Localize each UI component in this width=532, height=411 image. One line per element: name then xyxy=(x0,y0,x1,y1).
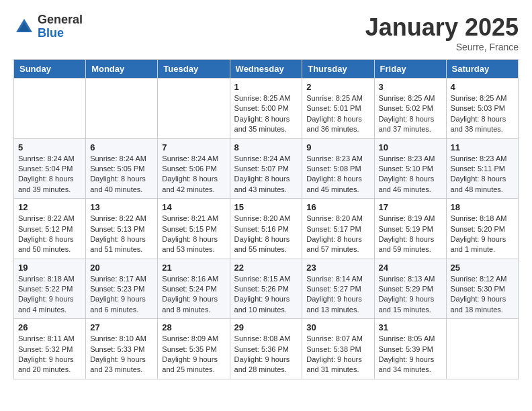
logo-text: General Blue xyxy=(38,13,83,40)
sunset-text: Sunset: 5:24 PM xyxy=(162,284,225,294)
calendar-week-row: 26Sunrise: 8:11 AMSunset: 5:32 PMDayligh… xyxy=(14,319,519,379)
calendar-cell: 10Sunrise: 8:23 AMSunset: 5:10 PMDayligh… xyxy=(374,138,446,199)
day-number: 6 xyxy=(90,142,153,152)
day-info: Sunrise: 8:05 AMSunset: 5:39 PMDaylight:… xyxy=(379,334,442,375)
calendar-week-row: 19Sunrise: 8:18 AMSunset: 5:22 PMDayligh… xyxy=(14,259,519,319)
daylight-text: Daylight: 9 hours and 20 minutes. xyxy=(18,355,81,375)
day-info: Sunrise: 8:23 AMSunset: 5:08 PMDaylight:… xyxy=(306,154,369,195)
day-info: Sunrise: 8:11 AMSunset: 5:32 PMDaylight:… xyxy=(18,334,81,375)
sunrise-text: Sunrise: 8:25 AM xyxy=(379,93,442,103)
logo-blue: Blue xyxy=(38,27,83,40)
daylight-text: Daylight: 8 hours and 38 minutes. xyxy=(451,114,514,135)
daylight-text: Daylight: 9 hours and 10 minutes. xyxy=(234,294,298,315)
day-number: 8 xyxy=(234,142,298,152)
sunset-text: Sunset: 5:05 PM xyxy=(90,164,153,174)
day-info: Sunrise: 8:08 AMSunset: 5:36 PMDaylight:… xyxy=(234,334,298,375)
sunrise-text: Sunrise: 8:08 AM xyxy=(234,334,298,344)
day-info: Sunrise: 8:25 AMSunset: 5:00 PMDaylight:… xyxy=(234,93,298,135)
day-info: Sunrise: 8:16 AMSunset: 5:24 PMDaylight:… xyxy=(162,274,225,316)
calendar-cell: 6Sunrise: 8:24 AMSunset: 5:05 PMDaylight… xyxy=(86,138,158,199)
calendar-cell: 3Sunrise: 8:25 AMSunset: 5:02 PMDaylight… xyxy=(374,79,446,139)
sunset-text: Sunset: 5:30 PM xyxy=(451,284,514,294)
day-info: Sunrise: 8:09 AMSunset: 5:35 PMDaylight:… xyxy=(162,334,225,375)
day-number: 30 xyxy=(306,322,369,332)
day-number: 5 xyxy=(18,142,81,152)
daylight-text: Daylight: 9 hours and 1 minute. xyxy=(451,234,514,255)
daylight-text: Daylight: 8 hours and 55 minutes. xyxy=(234,234,298,255)
sunset-text: Sunset: 5:27 PM xyxy=(306,284,369,294)
day-info: Sunrise: 8:07 AMSunset: 5:38 PMDaylight:… xyxy=(306,334,369,375)
day-info: Sunrise: 8:19 AMSunset: 5:19 PMDaylight:… xyxy=(379,214,442,255)
day-number: 17 xyxy=(379,202,442,212)
sunset-text: Sunset: 5:03 PM xyxy=(451,103,514,113)
sunset-text: Sunset: 5:00 PM xyxy=(234,103,298,113)
day-info: Sunrise: 8:24 AMSunset: 5:04 PMDaylight:… xyxy=(18,154,81,195)
sunrise-text: Sunrise: 8:11 AM xyxy=(18,334,81,344)
calendar-cell: 24Sunrise: 8:13 AMSunset: 5:29 PMDayligh… xyxy=(374,259,446,319)
day-number: 28 xyxy=(162,322,225,332)
calendar-cell xyxy=(158,79,230,139)
day-info: Sunrise: 8:12 AMSunset: 5:30 PMDaylight:… xyxy=(451,274,514,316)
calendar-week-row: 5Sunrise: 8:24 AMSunset: 5:04 PMDaylight… xyxy=(14,138,519,199)
day-info: Sunrise: 8:13 AMSunset: 5:29 PMDaylight:… xyxy=(379,274,442,316)
daylight-text: Daylight: 8 hours and 35 minutes. xyxy=(234,114,298,135)
day-info: Sunrise: 8:24 AMSunset: 5:05 PMDaylight:… xyxy=(90,154,153,195)
page-header: General Blue January 2025 Seurre, France xyxy=(13,13,519,52)
calendar-cell: 17Sunrise: 8:19 AMSunset: 5:19 PMDayligh… xyxy=(374,199,446,259)
day-number: 13 xyxy=(90,202,153,212)
daylight-text: Daylight: 9 hours and 34 minutes. xyxy=(379,355,442,375)
sunrise-text: Sunrise: 8:12 AM xyxy=(451,274,514,284)
daylight-text: Daylight: 8 hours and 42 minutes. xyxy=(162,174,225,195)
day-info: Sunrise: 8:25 AMSunset: 5:02 PMDaylight:… xyxy=(379,93,442,135)
sunset-text: Sunset: 5:04 PM xyxy=(18,164,81,174)
sunrise-text: Sunrise: 8:05 AM xyxy=(379,334,442,344)
calendar-cell: 20Sunrise: 8:17 AMSunset: 5:23 PMDayligh… xyxy=(86,259,158,319)
day-number: 14 xyxy=(162,202,225,212)
daylight-text: Daylight: 8 hours and 39 minutes. xyxy=(18,174,81,195)
day-number: 26 xyxy=(18,322,81,332)
daylight-text: Daylight: 8 hours and 50 minutes. xyxy=(18,234,81,255)
day-number: 21 xyxy=(162,263,225,273)
sunset-text: Sunset: 5:17 PM xyxy=(306,224,369,234)
daylight-text: Daylight: 9 hours and 28 minutes. xyxy=(234,355,298,375)
day-number: 31 xyxy=(379,322,442,332)
day-number: 4 xyxy=(451,82,514,92)
weekday-header-row: SundayMondayTuesdayWednesdayThursdayFrid… xyxy=(14,60,519,79)
sunset-text: Sunset: 5:29 PM xyxy=(379,284,442,294)
title-block: January 2025 Seurre, France xyxy=(365,13,519,52)
day-number: 1 xyxy=(234,82,298,92)
weekday-header: Tuesday xyxy=(158,60,230,79)
sunset-text: Sunset: 5:02 PM xyxy=(379,103,442,113)
sunrise-text: Sunrise: 8:16 AM xyxy=(162,274,225,284)
day-number: 23 xyxy=(306,263,369,273)
weekday-header: Friday xyxy=(374,60,446,79)
day-info: Sunrise: 8:21 AMSunset: 5:15 PMDaylight:… xyxy=(162,214,225,255)
daylight-text: Daylight: 8 hours and 53 minutes. xyxy=(162,234,225,255)
sunset-text: Sunset: 5:36 PM xyxy=(234,345,298,355)
sunset-text: Sunset: 5:10 PM xyxy=(379,164,442,174)
sunrise-text: Sunrise: 8:21 AM xyxy=(162,214,225,224)
calendar-cell: 2Sunrise: 8:25 AMSunset: 5:01 PMDaylight… xyxy=(302,79,374,139)
calendar-cell: 19Sunrise: 8:18 AMSunset: 5:22 PMDayligh… xyxy=(14,259,86,319)
calendar-cell: 23Sunrise: 8:14 AMSunset: 5:27 PMDayligh… xyxy=(302,259,374,319)
sunset-text: Sunset: 5:12 PM xyxy=(18,224,81,234)
calendar-cell: 14Sunrise: 8:21 AMSunset: 5:15 PMDayligh… xyxy=(158,199,230,259)
calendar-cell: 22Sunrise: 8:15 AMSunset: 5:26 PMDayligh… xyxy=(230,259,302,319)
day-number: 25 xyxy=(451,263,514,273)
sunrise-text: Sunrise: 8:18 AM xyxy=(18,274,81,284)
weekday-header: Monday xyxy=(86,60,158,79)
sunrise-text: Sunrise: 8:22 AM xyxy=(18,214,81,224)
day-number: 3 xyxy=(379,82,442,92)
daylight-text: Daylight: 9 hours and 25 minutes. xyxy=(162,355,225,375)
daylight-text: Daylight: 9 hours and 13 minutes. xyxy=(306,294,369,315)
daylight-text: Daylight: 8 hours and 57 minutes. xyxy=(306,234,369,255)
sunset-text: Sunset: 5:35 PM xyxy=(162,345,225,355)
location: Seurre, France xyxy=(365,42,519,52)
sunrise-text: Sunrise: 8:10 AM xyxy=(90,334,153,344)
calendar-cell: 21Sunrise: 8:16 AMSunset: 5:24 PMDayligh… xyxy=(158,259,230,319)
sunset-text: Sunset: 5:32 PM xyxy=(18,345,81,355)
sunset-text: Sunset: 5:11 PM xyxy=(451,164,514,174)
sunrise-text: Sunrise: 8:24 AM xyxy=(18,154,81,164)
day-info: Sunrise: 8:25 AMSunset: 5:01 PMDaylight:… xyxy=(306,93,369,135)
sunrise-text: Sunrise: 8:07 AM xyxy=(306,334,369,344)
